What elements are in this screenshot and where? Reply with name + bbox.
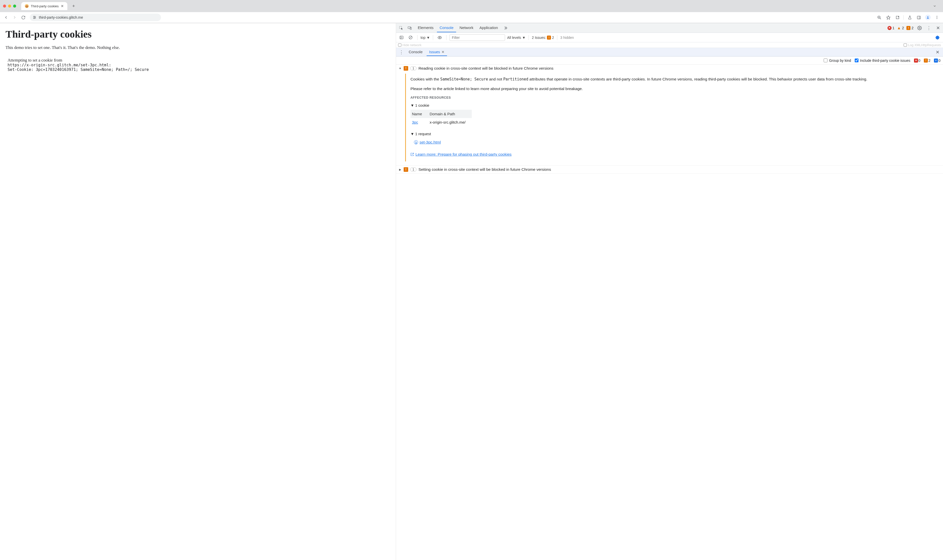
issue-item: ▶ ! 1 Setting cookie in cross-site conte…: [396, 166, 943, 174]
affected-cookies-toggle[interactable]: ▼ 1 cookie: [411, 102, 939, 108]
svg-point-14: [928, 16, 928, 17]
cookie-name-link[interactable]: 3pc: [412, 120, 418, 125]
live-expression-icon[interactable]: [436, 34, 443, 41]
issues-summary[interactable]: 2 Issues: ! 2: [532, 35, 554, 40]
tab-network[interactable]: Network: [457, 23, 476, 32]
device-toolbar-icon[interactable]: [406, 25, 413, 32]
learn-more-link[interactable]: Learn more: Prepare for phasing out thir…: [411, 151, 512, 157]
issue-item: ▼ ! 1 Reading cookie in cross-site conte…: [396, 65, 943, 166]
affected-request-link[interactable]: ⇅ set-3pc.html: [414, 139, 441, 145]
issues-toolbar: Group by kind Include third-party cookie…: [396, 57, 943, 65]
svg-point-21: [919, 27, 920, 29]
maximize-window-button[interactable]: [13, 5, 16, 8]
svg-point-4: [35, 17, 35, 18]
group-by-kind-checkbox[interactable]: Group by kind: [824, 58, 851, 63]
svg-point-16: [937, 17, 937, 18]
warning-count[interactable]: ▲2: [897, 26, 904, 30]
tabs-overflow-icon[interactable]: [501, 26, 509, 30]
request-icon: ⇅: [414, 140, 418, 144]
breaking-count[interactable]: !2: [906, 26, 914, 30]
tab-overflow-button[interactable]: [932, 3, 937, 9]
tab-elements[interactable]: Elements: [415, 23, 436, 32]
cookie-favicon-icon: 🍪: [25, 4, 29, 8]
console-toolbar: top ▼ All levels ▼ 2 Issues: ! 2 3 hidde…: [396, 33, 943, 42]
issues-list: ▼ ! 1 Reading cookie in cross-site conte…: [396, 65, 943, 560]
page-heading: Third-party cookies: [6, 28, 390, 40]
labs-button[interactable]: [906, 14, 913, 21]
chrome-menu-button[interactable]: [934, 14, 940, 21]
profile-button[interactable]: [925, 14, 931, 21]
issue-header[interactable]: ▶ ! 1 Setting cookie in cross-site conte…: [396, 166, 943, 173]
side-panel-button[interactable]: [915, 14, 922, 21]
attempt-header: Set-Cookie: 3pc=1703240163971; SameSite=…: [8, 67, 390, 72]
devtools-close-button[interactable]: ✕: [935, 25, 941, 31]
devtools-menu-icon[interactable]: ⋮: [926, 25, 932, 31]
toggle-sidebar-icon[interactable]: [398, 34, 405, 41]
attempt-text: Attempting to set a cookie from: [8, 58, 390, 63]
bookmark-button[interactable]: [885, 14, 892, 21]
forward-button[interactable]: [11, 14, 18, 21]
context-selector[interactable]: top ▼: [420, 35, 430, 40]
affected-requests-toggle[interactable]: ▼ 1 request: [411, 131, 939, 137]
inspect-element-icon[interactable]: [398, 25, 405, 32]
attempt-url: https://x-origin-src.glitch.me/set-3pc.h…: [8, 63, 109, 67]
svg-rect-12: [917, 16, 921, 18]
tab-close-button[interactable]: ✕: [61, 4, 64, 8]
affected-resources-heading: AFFECTED RESOURCES: [411, 95, 939, 100]
devtools-settings-icon[interactable]: [916, 25, 923, 32]
issue-title: Setting cookie in cross-site context wil…: [418, 167, 551, 172]
svg-point-17: [937, 18, 937, 19]
issue-count-badge: 1: [410, 66, 417, 71]
url-text: third-party-cookies.glitch.me: [39, 15, 83, 19]
console-filter-input[interactable]: [449, 34, 505, 41]
issue-details: Cookies with the SameSite=None; Secure a…: [405, 74, 943, 162]
tab-title: Third-party cookies: [31, 4, 59, 8]
devtools-tabs: Elements Console Network Application ✕1 …: [396, 23, 943, 33]
drawer-close-button[interactable]: ✕: [934, 50, 941, 55]
svg-rect-22: [400, 36, 403, 39]
issues-orange-count: !2: [924, 58, 931, 63]
address-bar[interactable]: third-party-cookies.glitch.me: [30, 14, 161, 21]
hide-network-checkbox[interactable]: [398, 43, 402, 47]
error-count[interactable]: ✕1: [888, 26, 895, 30]
close-issues-tab-icon[interactable]: ✕: [442, 50, 445, 54]
svg-line-25: [410, 36, 412, 38]
drawer-tab-issues[interactable]: Issues ✕: [426, 48, 447, 56]
svg-line-7: [880, 18, 881, 19]
svg-point-3: [34, 16, 35, 17]
disclosure-triangle-icon: ▼: [398, 67, 402, 70]
disclosure-triangle-icon: ▶: [398, 168, 402, 171]
issue-header[interactable]: ▼ ! 1 Reading cookie in cross-site conte…: [396, 65, 943, 72]
issues-red-count: ✕0: [914, 58, 921, 63]
svg-point-15: [937, 16, 937, 17]
external-link-icon: [411, 152, 414, 156]
svg-point-11: [898, 16, 898, 17]
site-settings-icon[interactable]: [32, 15, 37, 20]
include-3pc-checkbox[interactable]: Include third-party cookie issues: [855, 58, 911, 63]
log-xhr-checkbox[interactable]: [904, 43, 907, 47]
extensions-button[interactable]: [894, 14, 901, 21]
log-levels-selector[interactable]: All levels ▼: [507, 35, 526, 40]
drawer-tab-console[interactable]: Console: [406, 48, 425, 56]
console-settings-icon[interactable]: [934, 34, 941, 41]
issue-count-badge: 1: [410, 168, 417, 172]
zoom-icon[interactable]: [875, 14, 883, 21]
close-window-button[interactable]: [3, 5, 6, 8]
browser-tab[interactable]: 🍪 Third-party cookies ✕: [21, 2, 67, 10]
svg-marker-10: [886, 15, 890, 19]
issue-title: Reading cookie in cross-site context wil…: [418, 66, 554, 71]
nav-bar: third-party-cookies.glitch.me: [0, 12, 943, 23]
chevron-down-icon: ▼: [426, 35, 430, 40]
traffic-lights: [3, 5, 16, 8]
breaking-change-icon: !: [404, 66, 408, 71]
page-content: Third-party cookies This demo tries to s…: [0, 23, 396, 560]
drawer-menu-icon[interactable]: ⋮: [398, 49, 405, 55]
hidden-messages[interactable]: 3 hidden: [560, 35, 574, 40]
clear-console-icon[interactable]: [407, 34, 414, 41]
tab-application[interactable]: Application: [477, 23, 500, 32]
minimize-window-button[interactable]: [8, 5, 11, 8]
tab-console[interactable]: Console: [437, 23, 456, 32]
back-button[interactable]: [3, 14, 9, 21]
reload-button[interactable]: [20, 14, 27, 21]
new-tab-button[interactable]: +: [70, 3, 78, 9]
